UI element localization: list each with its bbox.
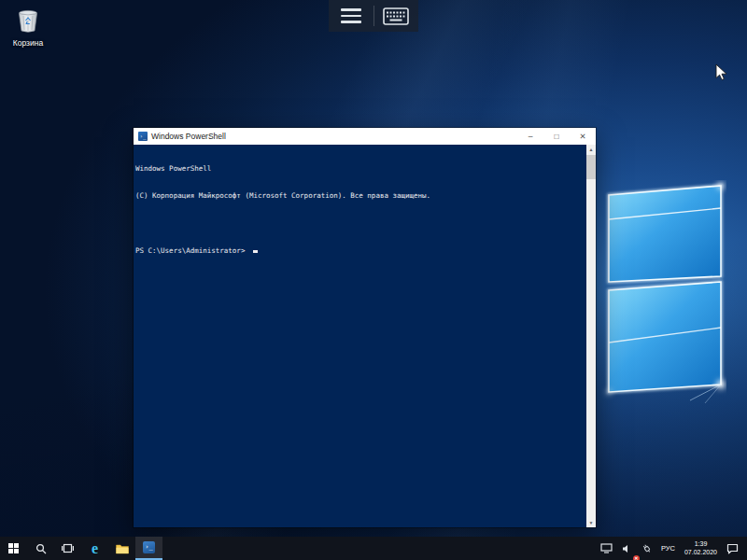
clock[interactable]: 1:39 07.02.2020 — [680, 537, 722, 560]
powershell-titlebar[interactable]: ›_ Windows PowerShell – □ ✕ — [134, 128, 596, 145]
console-prompt-line: PS C:\Users\Administrator> — [135, 246, 585, 256]
volume-tray-button[interactable]: ✕ — [617, 537, 637, 560]
taskbar-powershell-button[interactable]: ›_ — [135, 537, 162, 560]
menu-button[interactable] — [329, 0, 374, 32]
scroll-down-button[interactable]: ▼ — [586, 518, 596, 527]
language-indicator[interactable]: РУС — [656, 537, 680, 560]
minimize-button[interactable]: – — [517, 128, 543, 145]
internet-explorer-icon: e — [92, 541, 98, 556]
console-line: Windows PowerShell — [135, 164, 585, 174]
action-center-icon — [726, 543, 739, 554]
console-scrollbar[interactable]: ▲ ▼ — [586, 145, 596, 527]
taskbar: e ›_ ✕ — [0, 537, 747, 560]
console-area[interactable]: Windows PowerShell (C) Корпорация Майкро… — [134, 145, 596, 527]
file-explorer-button[interactable] — [108, 537, 135, 560]
network-display-icon — [600, 543, 613, 553]
keyboard-icon — [383, 7, 409, 25]
desktop-icon-recycle-bin[interactable]: Корзина — [6, 7, 50, 48]
clock-time: 1:39 — [684, 540, 717, 549]
console-line: (C) Корпорация Майкрософт (Microsoft Cor… — [135, 191, 585, 201]
maximize-button[interactable]: □ — [543, 128, 570, 145]
task-view-icon — [62, 543, 74, 553]
start-button[interactable] — [0, 537, 27, 560]
system-tray: ✕ РУС 1:39 07.02.2020 — [596, 537, 747, 560]
console-line — [135, 218, 585, 228]
scrollbar-thumb[interactable] — [586, 155, 596, 179]
console-output: Windows PowerShell (C) Корпорация Майкро… — [135, 146, 585, 527]
text-cursor — [253, 250, 258, 253]
hamburger-menu-icon — [341, 8, 361, 23]
window-controls: – □ ✕ — [517, 128, 596, 145]
mute-badge-icon: ✕ — [633, 555, 640, 560]
recycle-bin-label: Корзина — [6, 38, 50, 48]
speaker-muted-icon — [622, 544, 632, 553]
internet-explorer-button[interactable]: e — [81, 537, 108, 560]
clock-date: 07.02.2020 — [684, 549, 717, 557]
recycle-bin-icon — [16, 7, 40, 33]
virtual-keyboard-button[interactable] — [374, 0, 419, 32]
plug-icon — [641, 543, 652, 553]
network-tray-button[interactable] — [596, 537, 617, 560]
search-button[interactable] — [27, 537, 54, 560]
console-prompt: PS C:\Users\Administrator> — [135, 246, 249, 255]
hardware-tray-button[interactable] — [637, 537, 656, 560]
language-label: РУС — [661, 544, 675, 553]
vm-console-toolbar — [329, 0, 418, 32]
windows-start-icon — [8, 543, 19, 553]
search-icon — [35, 543, 47, 554]
scroll-up-button[interactable]: ▲ — [586, 145, 596, 154]
close-button[interactable]: ✕ — [570, 128, 596, 145]
file-explorer-icon — [116, 543, 129, 554]
desktop: Корзина ›_ Windows PowerShell — [0, 0, 747, 560]
powershell-window: ›_ Windows PowerShell – □ ✕ Windows Powe… — [134, 128, 596, 527]
action-center-button[interactable] — [722, 537, 743, 560]
window-title: Windows PowerShell — [151, 132, 226, 141]
powershell-taskbar-icon: ›_ — [143, 541, 155, 553]
windows-logo-wallpaper — [600, 180, 726, 404]
task-view-button[interactable] — [54, 537, 81, 560]
powershell-title-icon: ›_ — [138, 132, 148, 141]
